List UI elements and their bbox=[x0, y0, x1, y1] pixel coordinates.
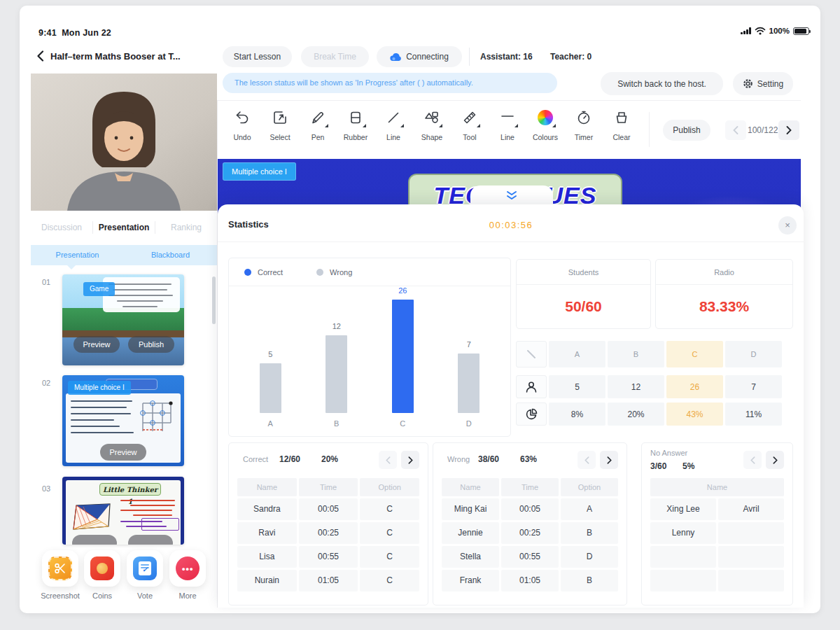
grid-count-b: 12 bbox=[608, 375, 664, 398]
correct-prev-button[interactable] bbox=[379, 451, 397, 469]
slash-icon bbox=[516, 341, 547, 368]
grid-col-c: C bbox=[666, 341, 723, 368]
status-time-date: 9:41 Mon Jun 22 bbox=[38, 28, 111, 38]
grid-pct-d: 11% bbox=[725, 402, 782, 426]
back-icon[interactable] bbox=[36, 50, 44, 62]
radio-value: 83.33% bbox=[656, 285, 792, 328]
gear-icon bbox=[743, 78, 753, 89]
subtab-blackboard[interactable]: Blackboard bbox=[124, 245, 217, 265]
teacher-webcam[interactable]: ✓ ✓ bbox=[31, 74, 217, 211]
bar-value-label: 5 bbox=[268, 350, 272, 358]
teacher-value: 0 bbox=[587, 52, 592, 62]
tool-pen[interactable]: Pen bbox=[302, 108, 333, 141]
wrong-label: Wrong bbox=[447, 455, 470, 463]
tool-label: Line bbox=[378, 133, 409, 141]
table-cell: C bbox=[360, 498, 419, 520]
publish-button[interactable]: Publish bbox=[663, 120, 710, 141]
grid-count-a: 5 bbox=[549, 375, 606, 398]
tool-label: Shape bbox=[416, 133, 447, 141]
students-value: 50/60 bbox=[517, 285, 650, 328]
table-cell: Nurain bbox=[237, 570, 297, 592]
table-row: Nurain01:05C bbox=[237, 570, 419, 592]
slide1-preview-button[interactable]: Preview bbox=[74, 336, 120, 353]
correct-fraction: 12/60 bbox=[279, 454, 300, 464]
table-cell: B bbox=[561, 570, 618, 592]
tab-discussion[interactable]: Discussion bbox=[31, 223, 92, 232]
table-row bbox=[650, 546, 784, 568]
table-row: Lisa00:55C bbox=[237, 546, 419, 568]
close-statistics-button[interactable]: × bbox=[778, 216, 797, 234]
slide1-type-tag: Game bbox=[83, 282, 115, 296]
correct-label: Correct bbox=[243, 455, 268, 463]
double-chevron-down-icon bbox=[505, 190, 518, 202]
slide-thumbnail-3[interactable]: Little Thinker 1 bbox=[62, 477, 184, 545]
tool-timer[interactable]: Timer bbox=[568, 108, 599, 141]
tab-ranking[interactable]: Ranking bbox=[155, 223, 217, 232]
tool-ruler[interactable]: Tool bbox=[454, 108, 485, 141]
table-row: Ming Kai00:05A bbox=[442, 498, 618, 520]
tool-shape[interactable]: Shape bbox=[416, 108, 447, 141]
left-panel-tabs: Discussion Presentation Ranking bbox=[31, 210, 217, 245]
collapse-panel-tab[interactable] bbox=[470, 186, 553, 206]
tool-label: Timer bbox=[568, 133, 599, 141]
wrong-prev-button[interactable] bbox=[578, 451, 596, 469]
slide3-publish-button[interactable] bbox=[128, 535, 173, 545]
grid-pct-a: 8% bbox=[549, 402, 606, 426]
slide-thumbnail-2[interactable]: Multiple choice I Preview bbox=[62, 375, 184, 466]
connecting-button[interactable]: Connecting bbox=[377, 46, 462, 67]
dock-vote[interactable]: Vote bbox=[122, 550, 168, 600]
statistics-title: Statistics bbox=[228, 219, 269, 230]
page-next-button[interactable] bbox=[778, 120, 799, 140]
lesson-status-banner: The lesson status will be shown as 'In P… bbox=[223, 73, 557, 93]
dock-more[interactable]: More bbox=[164, 550, 211, 600]
tool-line-straight[interactable]: Line bbox=[492, 108, 523, 141]
setting-button[interactable]: Setting bbox=[733, 72, 793, 95]
table-cell: Jennie bbox=[442, 522, 499, 544]
tool-rubber[interactable]: Rubber bbox=[340, 108, 371, 141]
start-lesson-button[interactable]: Start Lesson bbox=[223, 46, 292, 67]
correct-next-button[interactable] bbox=[401, 451, 419, 469]
slide-thumbnail-1[interactable]: Game Preview Publish bbox=[62, 274, 184, 365]
slide3-preview-button[interactable] bbox=[72, 535, 117, 545]
tool-colours[interactable]: Colours bbox=[530, 108, 561, 141]
slide2-grid-diagram bbox=[137, 398, 176, 434]
students-card: Students 50/60 bbox=[516, 259, 651, 329]
slide-number: 02 bbox=[42, 379, 50, 387]
switch-host-button[interactable]: Switch back to the host. bbox=[601, 72, 723, 95]
tool-undo[interactable]: Undo bbox=[227, 108, 258, 141]
table-cell: 01:05 bbox=[299, 570, 358, 592]
table-row: Stella00:55D bbox=[442, 546, 618, 568]
grid-pct-b: 20% bbox=[608, 402, 664, 426]
lesson-header[interactable]: Half–term Maths Booser at T... bbox=[36, 50, 181, 62]
table-cell: Lenny bbox=[650, 522, 716, 544]
slide-list-scrollbar[interactable] bbox=[212, 276, 216, 324]
page-prev-button[interactable] bbox=[725, 120, 746, 140]
tool-clear[interactable]: Clear bbox=[606, 108, 637, 141]
dock-screenshot[interactable]: Screenshot bbox=[37, 550, 83, 600]
tool-line[interactable]: Line bbox=[378, 108, 409, 141]
break-time-button[interactable]: Break Time bbox=[301, 46, 369, 67]
slide2-preview-button[interactable]: Preview bbox=[100, 444, 146, 461]
no-answer-prev-button[interactable] bbox=[743, 451, 762, 469]
bar bbox=[260, 363, 281, 413]
bar-category-label: D bbox=[466, 419, 472, 430]
table-cell: 00:55 bbox=[501, 546, 559, 568]
dock-coins[interactable]: Coins bbox=[79, 550, 125, 600]
radio-card: Radio 83.33% bbox=[655, 259, 793, 329]
table-cell: Xing Lee bbox=[650, 498, 716, 520]
table-cell: 00:55 bbox=[299, 546, 358, 568]
no-answer-next-button[interactable] bbox=[766, 451, 784, 469]
lesson-title: Half–term Maths Booser at T... bbox=[50, 51, 181, 62]
table-cell: 00:25 bbox=[299, 522, 358, 544]
table-cell bbox=[650, 570, 716, 592]
bar-category-label: B bbox=[334, 419, 339, 430]
wrong-next-button[interactable] bbox=[600, 451, 618, 469]
tab-presentation[interactable]: Presentation bbox=[93, 223, 155, 232]
sub-tabs: Presentation Blackboard bbox=[31, 245, 217, 265]
subtab-presentation[interactable]: Presentation bbox=[31, 245, 124, 265]
tool-select[interactable]: Select bbox=[265, 108, 295, 141]
grid-count-c: 26 bbox=[666, 375, 723, 398]
no-answer-percent: 5% bbox=[682, 461, 694, 471]
grid-col-b: B bbox=[608, 341, 664, 368]
slide1-publish-button[interactable]: Publish bbox=[128, 336, 174, 353]
